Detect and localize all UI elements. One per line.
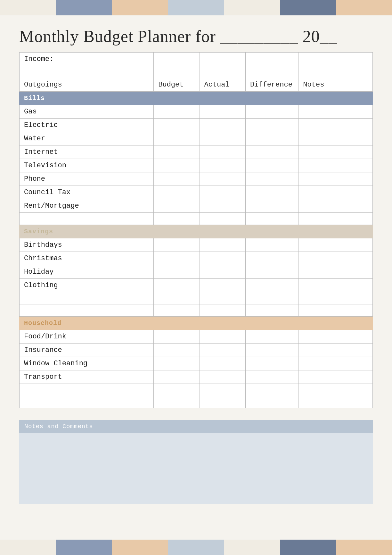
insurance-difference[interactable]	[245, 344, 298, 357]
christmas-difference[interactable]	[245, 252, 298, 265]
television-actual[interactable]	[200, 159, 245, 172]
item-insurance: Insurance	[20, 344, 154, 357]
item-clothing: Clothing	[20, 279, 154, 292]
birthdays-budget[interactable]	[154, 238, 200, 252]
council-tax-notes[interactable]	[298, 186, 373, 199]
cb-bot-3	[112, 540, 168, 555]
food-notes[interactable]	[298, 330, 373, 344]
table-row: Television	[20, 159, 373, 172]
internet-difference[interactable]	[245, 145, 298, 159]
birthdays-notes[interactable]	[298, 238, 373, 252]
insurance-notes[interactable]	[298, 344, 373, 357]
internet-actual[interactable]	[200, 145, 245, 159]
item-internet: Internet	[20, 145, 154, 159]
christmas-notes[interactable]	[298, 252, 373, 265]
cb-top-1	[0, 0, 56, 15]
electric-notes[interactable]	[298, 119, 373, 132]
bills-label: Bills	[20, 92, 373, 105]
table-row: Window Cleaning	[20, 357, 373, 370]
water-budget[interactable]	[154, 132, 200, 145]
food-actual[interactable]	[200, 330, 245, 344]
income-label: Income:	[20, 53, 154, 66]
notes-body[interactable]	[19, 433, 373, 504]
window-cleaning-actual[interactable]	[200, 357, 245, 370]
clothing-notes[interactable]	[298, 279, 373, 292]
table-row: Food/Drink	[20, 330, 373, 344]
birthdays-difference[interactable]	[245, 238, 298, 252]
phone-budget[interactable]	[154, 172, 200, 186]
gas-notes[interactable]	[298, 105, 373, 119]
bottom-spacer	[0, 510, 392, 536]
cb-bot-5	[224, 540, 280, 555]
income-difference-cell[interactable]	[245, 53, 298, 66]
television-notes[interactable]	[298, 159, 373, 172]
rent-notes[interactable]	[298, 199, 373, 213]
col-header-difference: Difference	[245, 78, 298, 92]
phone-notes[interactable]	[298, 172, 373, 186]
internet-budget[interactable]	[154, 145, 200, 159]
income-actual-cell[interactable]	[200, 53, 245, 66]
notes-header: Notes and Comments	[19, 420, 373, 433]
gas-difference[interactable]	[245, 105, 298, 119]
electric-actual[interactable]	[200, 119, 245, 132]
internet-notes[interactable]	[298, 145, 373, 159]
phone-difference[interactable]	[245, 172, 298, 186]
television-difference[interactable]	[245, 159, 298, 172]
food-difference[interactable]	[245, 330, 298, 344]
holiday-actual[interactable]	[200, 265, 245, 279]
window-cleaning-budget[interactable]	[154, 357, 200, 370]
transport-notes[interactable]	[298, 370, 373, 384]
col-header-notes: Notes	[298, 78, 373, 92]
christmas-actual[interactable]	[200, 252, 245, 265]
cb-top-7	[336, 0, 392, 15]
television-budget[interactable]	[154, 159, 200, 172]
cb-bot-2	[56, 540, 112, 555]
transport-budget[interactable]	[154, 370, 200, 384]
rent-actual[interactable]	[200, 199, 245, 213]
cb-bot-4	[168, 540, 224, 555]
savings-label: Savings	[20, 225, 373, 238]
electric-difference[interactable]	[245, 119, 298, 132]
income-budget-cell[interactable]	[154, 53, 200, 66]
clothing-actual[interactable]	[200, 279, 245, 292]
water-difference[interactable]	[245, 132, 298, 145]
table-row: Holiday	[20, 265, 373, 279]
income-row: Income:	[20, 53, 373, 66]
water-actual[interactable]	[200, 132, 245, 145]
gas-actual[interactable]	[200, 105, 245, 119]
council-tax-budget[interactable]	[154, 186, 200, 199]
bottom-color-bar	[0, 540, 392, 555]
food-budget[interactable]	[154, 330, 200, 344]
council-tax-actual[interactable]	[200, 186, 245, 199]
birthdays-actual[interactable]	[200, 238, 245, 252]
rent-budget[interactable]	[154, 199, 200, 213]
table-row: Gas	[20, 105, 373, 119]
clothing-budget[interactable]	[154, 279, 200, 292]
insurance-actual[interactable]	[200, 344, 245, 357]
window-cleaning-notes[interactable]	[298, 357, 373, 370]
item-television: Television	[20, 159, 154, 172]
table-row: Transport	[20, 370, 373, 384]
spacer-row-1	[20, 66, 373, 78]
holiday-budget[interactable]	[154, 265, 200, 279]
item-electric: Electric	[20, 119, 154, 132]
transport-actual[interactable]	[200, 370, 245, 384]
rent-difference[interactable]	[245, 199, 298, 213]
income-notes-cell[interactable]	[298, 53, 373, 66]
council-tax-difference[interactable]	[245, 186, 298, 199]
electric-budget[interactable]	[154, 119, 200, 132]
column-header-row: Outgoings Budget Actual Difference Notes	[20, 78, 373, 92]
table-row: Insurance	[20, 344, 373, 357]
transport-difference[interactable]	[245, 370, 298, 384]
window-cleaning-difference[interactable]	[245, 357, 298, 370]
water-notes[interactable]	[298, 132, 373, 145]
insurance-budget[interactable]	[154, 344, 200, 357]
gas-budget[interactable]	[154, 105, 200, 119]
item-food-drink: Food/Drink	[20, 330, 154, 344]
christmas-budget[interactable]	[154, 252, 200, 265]
clothing-difference[interactable]	[245, 279, 298, 292]
holiday-difference[interactable]	[245, 265, 298, 279]
holiday-notes[interactable]	[298, 265, 373, 279]
phone-actual[interactable]	[200, 172, 245, 186]
cb-top-4	[168, 0, 224, 15]
